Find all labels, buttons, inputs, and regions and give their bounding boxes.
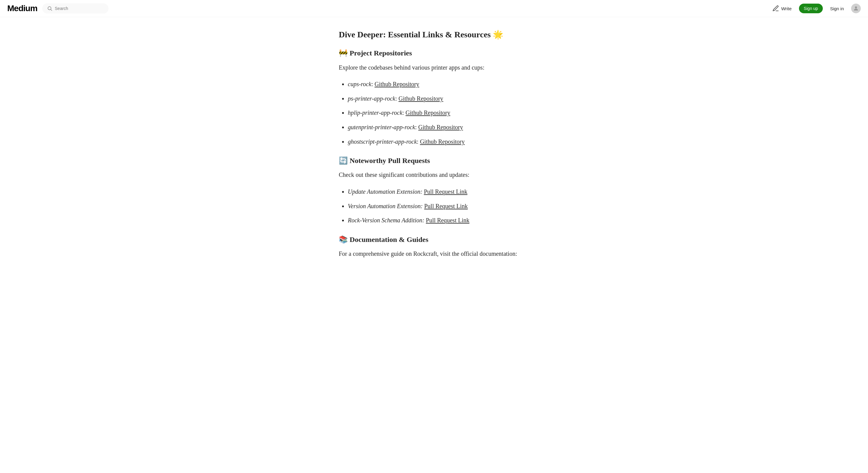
navbar: Medium Write Sign up Sign in xyxy=(0,0,868,17)
signup-button[interactable]: Sign up xyxy=(799,4,823,13)
section2-list: Update Automation Extension: Pull Reques… xyxy=(339,187,529,225)
list-item-prefix: cups-rock xyxy=(348,81,371,87)
section2-intro: Check out these significant contribution… xyxy=(339,170,529,180)
write-icon xyxy=(772,5,779,12)
svg-line-1 xyxy=(51,9,52,10)
list-item-prefix: ghostscript-printer-app-rock xyxy=(348,138,417,145)
medium-logo[interactable]: Medium xyxy=(7,2,37,15)
navbar-right: Write Sign up Sign in xyxy=(772,4,861,13)
list-item: cups-rock: Github Repository xyxy=(348,80,529,89)
github-repo-link-5[interactable]: Github Repository xyxy=(420,138,464,145)
list-item-prefix: Rock-Version Schema Addition: xyxy=(348,217,424,224)
list-item-prefix: Update Automation Extension: xyxy=(348,188,422,195)
list-item: hplip-printer-app-rock: Github Repositor… xyxy=(348,108,529,118)
search-bar[interactable] xyxy=(42,3,108,13)
section3-intro: For a comprehensive guide on Rockcraft, … xyxy=(339,249,529,259)
section1-intro: Explore the codebases behind various pri… xyxy=(339,63,529,73)
signin-button[interactable]: Sign in xyxy=(830,6,844,11)
list-item: ps-printer-app-rock: Github Repository xyxy=(348,94,529,104)
svg-point-0 xyxy=(48,7,51,10)
search-input[interactable] xyxy=(55,6,104,11)
svg-point-2 xyxy=(855,6,857,8)
search-icon xyxy=(47,6,53,11)
github-repo-link-3[interactable]: Github Repository xyxy=(406,109,450,116)
list-item-prefix: hplip-printer-app-rock xyxy=(348,109,402,116)
github-repo-link-2[interactable]: Github Repository xyxy=(398,95,443,102)
list-item: Version Automation Extension: Pull Reque… xyxy=(348,201,529,211)
github-repo-link-1[interactable]: Github Repository xyxy=(375,81,419,87)
avatar[interactable] xyxy=(851,4,861,13)
write-label: Write xyxy=(781,6,792,11)
github-repo-link-4[interactable]: Github Repository xyxy=(418,124,463,130)
section1-list: cups-rock: Github Repository ps-printer-… xyxy=(339,80,529,147)
list-item-prefix: Version Automation Extension: xyxy=(348,203,423,210)
list-item-prefix: gutenprint-printer-app-rock xyxy=(348,124,415,130)
main-content: Dive Deeper: Essential Links & Resources… xyxy=(332,17,536,290)
list-item: ghostscript-printer-app-rock: Github Rep… xyxy=(348,137,529,147)
navbar-left: Medium xyxy=(7,2,108,15)
list-item-prefix: ps-printer-app-rock xyxy=(348,95,396,102)
list-item: Update Automation Extension: Pull Reques… xyxy=(348,187,529,197)
write-button[interactable]: Write xyxy=(772,5,792,12)
pr-link-3[interactable]: Pull Request Link xyxy=(426,217,469,224)
avatar-icon xyxy=(853,5,859,11)
section2-heading: 🔄 Noteworthy Pull Requests xyxy=(339,156,529,165)
pr-link-2[interactable]: Pull Request Link xyxy=(424,203,468,210)
section3-heading: 📚 Documentation & Guides xyxy=(339,235,529,244)
article-main-heading: Dive Deeper: Essential Links & Resources… xyxy=(339,29,529,40)
section1-heading: 🚧 Project Repositories xyxy=(339,49,529,58)
list-item: Rock-Version Schema Addition: Pull Reque… xyxy=(348,216,529,225)
list-item: gutenprint-printer-app-rock: Github Repo… xyxy=(348,123,529,132)
pr-link-1[interactable]: Pull Request Link xyxy=(424,188,467,195)
